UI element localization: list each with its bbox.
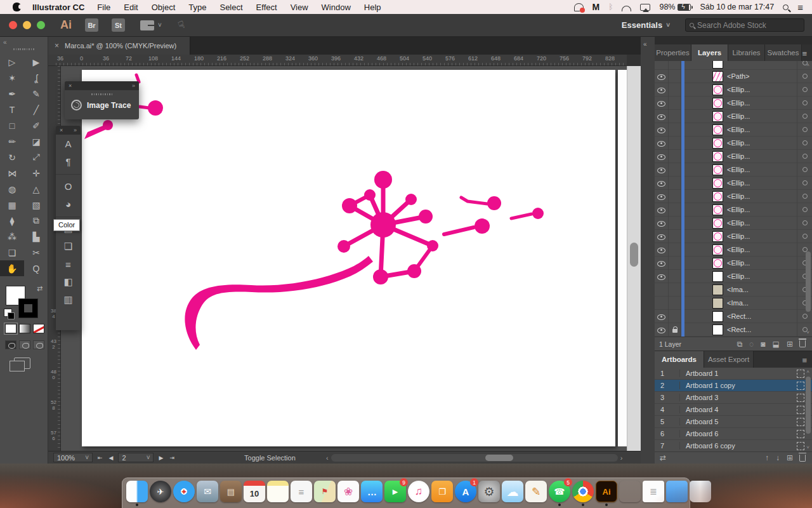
close-icon[interactable]: × xyxy=(60,127,63,133)
panel-tab[interactable]: Libraries xyxy=(728,44,765,61)
panel-dock-icon[interactable]: A xyxy=(56,135,81,152)
tool-button[interactable]: ▷ xyxy=(0,54,24,70)
eye-icon[interactable] xyxy=(657,192,665,201)
artboards-scrollbar[interactable]: ˄ ˅ xyxy=(804,368,812,451)
bluetooth-icon[interactable]: ᛒ xyxy=(608,3,613,11)
dock-app[interactable] xyxy=(267,481,289,506)
eye-icon[interactable] xyxy=(657,272,665,281)
layer-name[interactable]: <Ellip... xyxy=(723,259,797,267)
layer-row[interactable]: <Ellip... xyxy=(655,177,812,190)
eye-icon[interactable] xyxy=(657,246,665,254)
bridge-button[interactable]: Br xyxy=(85,18,98,32)
artboard-canvas[interactable] xyxy=(82,70,615,446)
apple-menu-icon[interactable] xyxy=(13,3,21,11)
panel-menu-icon[interactable]: ≡ xyxy=(802,49,812,61)
tool-button[interactable]: ⤢ xyxy=(24,149,48,165)
layer-row[interactable]: <Ima... xyxy=(655,297,812,310)
layer-name[interactable]: <Ellip... xyxy=(723,219,797,227)
dock-app[interactable]: 5 ☎ xyxy=(549,481,570,506)
tool-button[interactable]: ✛ xyxy=(24,165,48,181)
panel-tab[interactable]: Artboards xyxy=(655,351,704,368)
eye-icon[interactable] xyxy=(657,312,665,321)
layer-thumbnail[interactable] xyxy=(712,311,723,322)
last-artboard-button[interactable]: ⇥ xyxy=(169,455,174,461)
dock-app[interactable]: ⚑ xyxy=(314,481,336,506)
tool-button[interactable]: ↻ xyxy=(0,149,24,165)
eye-icon[interactable] xyxy=(657,219,665,227)
lock-cell[interactable] xyxy=(669,243,681,257)
dock-app[interactable]: … xyxy=(361,481,383,506)
dock-app[interactable]: ▤ xyxy=(220,481,242,506)
layer-name[interactable]: <Ellip... xyxy=(723,139,797,147)
dock-app[interactable]: ≣ xyxy=(643,481,664,506)
collapse-icon[interactable]: » xyxy=(74,127,77,133)
chevron-down-icon[interactable]: ˅ xyxy=(158,22,162,29)
eye-icon[interactable] xyxy=(657,86,665,94)
artboard-row[interactable]: 1 Artboard 1 xyxy=(655,368,812,380)
layer-thumbnail[interactable] xyxy=(712,61,723,69)
visibility-cell[interactable] xyxy=(655,283,669,297)
layer-thumbnail[interactable] xyxy=(712,151,723,162)
layer-row[interactable]: <Path> xyxy=(655,70,812,83)
visibility-cell[interactable] xyxy=(655,110,669,123)
app-menu-title[interactable]: Illustrator CC xyxy=(32,3,84,12)
tool-button[interactable]: □ xyxy=(0,117,24,133)
scroll-up-icon[interactable]: ˄ xyxy=(806,62,809,68)
notification-center-icon[interactable]: ≡ xyxy=(797,2,803,13)
layer-name[interactable]: <Ellip... xyxy=(723,152,797,160)
malwarebytes-menu-icon[interactable]: M xyxy=(593,2,600,12)
collapse-toolbar-icon[interactable]: « xyxy=(0,37,48,46)
dock-app[interactable]: Ai xyxy=(596,481,617,506)
layer-name[interactable]: <Ellip... xyxy=(723,166,797,173)
lock-cell[interactable] xyxy=(669,83,681,97)
gradient-button[interactable] xyxy=(19,324,30,333)
layer-thumbnail[interactable] xyxy=(712,164,723,175)
collapse-icon[interactable]: » xyxy=(132,83,135,89)
layer-row[interactable]: <Ellip... xyxy=(655,83,812,97)
adobe-stock-search[interactable] xyxy=(685,18,804,32)
tool-button[interactable]: △ xyxy=(24,181,48,197)
panel-header[interactable]: × » xyxy=(65,81,139,90)
panel-dock-icon[interactable]: ◕ xyxy=(56,195,81,213)
visibility-cell[interactable] xyxy=(655,61,669,70)
dock-app[interactable]: ✉ xyxy=(197,481,218,506)
dock-app[interactable]: 10 xyxy=(244,481,265,506)
panel-tab[interactable]: Asset Export xyxy=(704,351,754,368)
eye-icon[interactable] xyxy=(657,179,665,187)
menu-item[interactable]: Effect xyxy=(256,3,277,12)
artboards-footer-icon[interactable]: ↓ xyxy=(776,453,780,462)
layer-row[interactable]: <Ellip... xyxy=(655,270,812,283)
artboard-row[interactable]: 4 Artboard 4 xyxy=(655,404,812,416)
artboard-name[interactable]: Artboard 4 xyxy=(680,406,797,413)
previous-artboard-button[interactable]: ◀ xyxy=(109,455,114,461)
artboard-name[interactable]: Artboard 1 xyxy=(680,370,797,377)
layer-thumbnail[interactable] xyxy=(712,218,723,229)
lock-cell[interactable] xyxy=(669,150,681,163)
tool-button[interactable]: ◪ xyxy=(24,133,48,149)
color-button[interactable] xyxy=(5,324,16,333)
tool-button[interactable]: ⧫ xyxy=(0,213,24,229)
layer-row[interactable]: <Ellip... xyxy=(655,257,812,270)
tool-button[interactable]: T xyxy=(0,102,24,117)
dock-app[interactable]: ≡ xyxy=(291,481,312,506)
layer-name[interactable]: <Ima... xyxy=(723,299,797,307)
layer-row[interactable]: <Ellip... xyxy=(655,150,812,163)
eye-icon[interactable] xyxy=(657,152,665,161)
panel-dock-icon[interactable]: ≡ xyxy=(56,255,81,273)
lock-cell[interactable] xyxy=(669,123,681,137)
panel-tab[interactable]: Swatches xyxy=(765,44,802,61)
stock-button[interactable]: St xyxy=(112,18,125,32)
layer-row[interactable]: <Rect... xyxy=(655,310,812,323)
canvas-pasteboard[interactable] xyxy=(61,66,627,451)
visibility-cell[interactable] xyxy=(655,217,669,230)
layer-row[interactable]: <Ellip... xyxy=(655,190,812,203)
lock-cell[interactable] xyxy=(669,137,681,150)
close-tab-icon[interactable]: × xyxy=(55,41,59,50)
dock-app[interactable]: ✦ xyxy=(173,481,195,506)
panel-dock-icon[interactable]: O xyxy=(56,174,81,195)
layer-name[interactable]: <Ellip... xyxy=(723,86,797,93)
artboard-row[interactable]: 6 Artboard 6 xyxy=(655,428,812,440)
scrollbar-thumb[interactable] xyxy=(806,251,811,312)
tool-button[interactable]: ❏ xyxy=(0,244,24,260)
panel-tab[interactable]: Layers xyxy=(691,44,728,61)
